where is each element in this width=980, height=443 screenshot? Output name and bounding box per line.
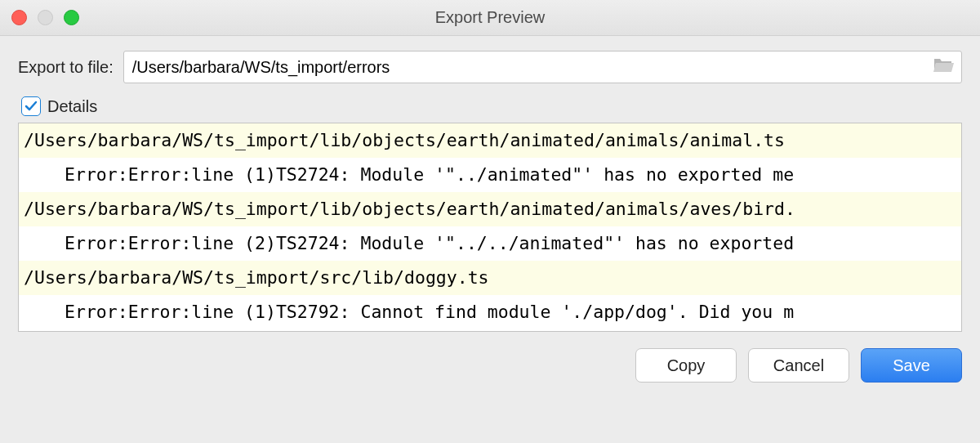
cancel-button[interactable]: Cancel xyxy=(748,348,849,383)
details-label: Details xyxy=(47,97,97,116)
dialog-content: Export to file: Details /Users/barbara/W… xyxy=(0,36,980,383)
export-file-path-input[interactable] xyxy=(123,51,962,83)
preview-error-line: Error:Error:line (1)TS2724: Module '"../… xyxy=(19,158,961,192)
titlebar: Export Preview xyxy=(0,0,980,36)
copy-button[interactable]: Copy xyxy=(635,348,737,383)
minimize-window-button xyxy=(38,10,53,25)
folder-open-icon[interactable] xyxy=(933,57,954,77)
details-row: Details xyxy=(21,96,962,116)
details-checkbox[interactable] xyxy=(21,96,41,116)
preview-file-path: /Users/barbara/WS/ts_import/lib/objects/… xyxy=(19,192,961,226)
export-row: Export to file: xyxy=(18,51,962,83)
export-to-file-label: Export to file: xyxy=(18,58,114,77)
preview-error-line: Error:Error:line (1)TS2792: Cannot find … xyxy=(19,295,961,329)
preview-error-line: Error:Error:line (2)TS2724: Module '"../… xyxy=(19,226,961,261)
maximize-window-button[interactable] xyxy=(64,10,79,25)
preview-file-path: /Users/barbara/WS/ts_import/src/lib/dogg… xyxy=(19,261,961,295)
close-window-button[interactable] xyxy=(11,10,27,25)
window-title: Export Preview xyxy=(435,8,546,27)
traffic-lights xyxy=(11,10,79,25)
preview-file-path: /Users/barbara/WS/ts_import/lib/objects/… xyxy=(19,123,961,158)
preview-textarea[interactable]: /Users/barbara/WS/ts_import/lib/objects/… xyxy=(18,123,962,332)
save-button[interactable]: Save xyxy=(861,348,962,383)
button-row: Copy Cancel Save xyxy=(18,348,962,383)
export-input-wrap xyxy=(123,51,962,83)
